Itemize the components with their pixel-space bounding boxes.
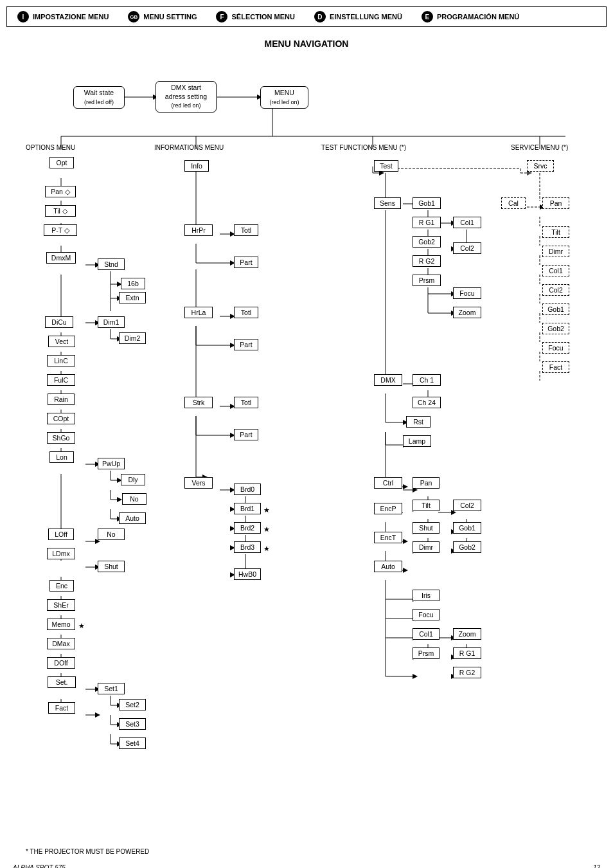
- no2-box: No: [98, 529, 125, 540]
- shgo-box: ShGo: [47, 432, 75, 444]
- rain-box: Rain: [48, 393, 75, 405]
- strk-box: Strk: [184, 397, 213, 408]
- dmx-box: DMX: [374, 374, 402, 386]
- encp-box: EncP: [374, 503, 402, 514]
- shut-ctrl-box: Shut: [413, 522, 440, 534]
- totl3-box: Totl: [234, 397, 258, 408]
- memo-box: Memo: [47, 619, 75, 630]
- gob1-svc-box: Gob1: [542, 303, 569, 315]
- rg2-box: R G2: [413, 255, 441, 267]
- auto-box: Auto: [119, 512, 146, 524]
- menu-nav-title: MENU NAVIGATION: [13, 39, 600, 49]
- prsm-test-box: Prsm: [413, 275, 441, 286]
- test-box: Test: [374, 160, 398, 172]
- info-box: Info: [184, 160, 209, 172]
- dicu-box: DiCu: [45, 316, 73, 328]
- rg1-box: R G1: [413, 217, 441, 228]
- gob1-ctrl-box: Gob1: [453, 522, 481, 534]
- dmxm-box: DmxM: [46, 252, 76, 264]
- shut-box: Shut: [98, 561, 125, 572]
- focu-svc-box: Focu: [542, 342, 569, 354]
- part3-box: Part: [234, 429, 258, 440]
- 16b-box: 16b: [121, 278, 145, 289]
- svg-marker-63: [95, 712, 100, 718]
- header-label-gb: MENU SETTING: [143, 13, 197, 21]
- part2-box: Part: [234, 339, 258, 350]
- totl1-box: Totl: [234, 224, 258, 236]
- header-label-d: EINSTELLUNG MENÜ: [330, 13, 402, 21]
- col1-ctrl-box: Col1: [413, 628, 440, 640]
- lon-box: Lon: [49, 451, 74, 463]
- header-label-i: IMPOSTAZIONE MENU: [33, 13, 109, 21]
- set1-box: Set1: [98, 683, 125, 694]
- dimr-svc-box: Dimr: [542, 246, 569, 257]
- brd2-box: Brd2: [234, 522, 261, 534]
- header: I IMPOSTAZIONE MENU GB MENU SETTING F SÉ…: [6, 6, 607, 27]
- set2-box: Set2: [119, 699, 146, 710]
- pt-box: P-T ◇: [44, 224, 77, 236]
- totl2-box: Totl: [234, 307, 258, 318]
- set-box: Set.: [48, 676, 76, 688]
- pwup-box: PwUp: [98, 458, 125, 469]
- diagram: Wait state(red led off) DMX startadress …: [13, 60, 600, 845]
- pan-box: Pan ◇: [45, 186, 76, 197]
- vers-box: Vers: [184, 477, 213, 489]
- badge-i: I: [17, 11, 29, 23]
- footnote: * THE PROJECTOR MUST BE POWERED: [26, 848, 600, 855]
- memo-star: ★: [78, 622, 85, 630]
- menu-label: MENU(red led on): [269, 89, 299, 105]
- header-label-f: SÉLECTION MENU: [231, 13, 294, 21]
- brd1-star: ★: [263, 506, 270, 514]
- hwb0-box: HwB0: [234, 568, 261, 580]
- dly-box: Dly: [121, 474, 145, 485]
- footer: ALPHA SPOT 575 12: [0, 862, 613, 868]
- dimr-ctrl-box: Dimr: [413, 541, 440, 553]
- footer-brand: ALPHA SPOT 575: [13, 864, 66, 868]
- set3-box: Set3: [119, 718, 146, 730]
- dmx-start-box: DMX startadress setting(red led on): [155, 81, 217, 113]
- diagram-lines: [13, 60, 600, 845]
- brd3-star: ★: [263, 545, 270, 553]
- header-item-i: I IMPOSTAZIONE MENU: [17, 11, 109, 23]
- focu-ctrl-box: Focu: [413, 609, 440, 620]
- enc-box: Enc: [49, 580, 74, 592]
- zoom-test-box: Zoom: [453, 307, 481, 318]
- gob2-test-box: Gob2: [413, 236, 441, 248]
- dim1-box: Dim1: [98, 316, 125, 328]
- wait-state-label: Wait state(red led off): [84, 89, 114, 105]
- col2-test-box: Col2: [453, 242, 481, 254]
- header-item-f: F SÉLECTION MENU: [216, 11, 294, 23]
- footer-page: 12: [593, 864, 600, 868]
- dmx-start-label: DMX startadress setting(red led on): [165, 84, 207, 109]
- fact-svc-box: Fact: [542, 361, 569, 373]
- main-content: MENU NAVIGATION: [0, 27, 613, 862]
- auto-ctrl-box: Auto: [374, 561, 402, 572]
- svg-marker-173: [403, 568, 408, 573]
- col2-ctrl-box: Col2: [453, 500, 481, 511]
- dmax-box: DMax: [47, 638, 75, 649]
- gob1-test-box: Gob1: [413, 197, 441, 209]
- doff-box: DOff: [47, 657, 75, 669]
- header-item-d: D EINSTELLUNG MENÜ: [314, 11, 402, 23]
- set4-box: Set4: [119, 737, 146, 749]
- brd2-star: ★: [263, 525, 270, 534]
- col1-svc-box: Col1: [542, 265, 569, 276]
- badge-gb: GB: [128, 11, 139, 23]
- sher-box: ShEr: [47, 599, 75, 611]
- rg1-ctrl-box: R G1: [453, 647, 481, 659]
- lamp-box: Lamp: [403, 435, 431, 447]
- part1-box: Part: [234, 257, 258, 268]
- focu-test-box: Focu: [453, 287, 481, 299]
- ch24-box: Ch 24: [413, 397, 441, 408]
- pan-svc-box: Pan: [542, 197, 569, 209]
- no-box: No: [122, 493, 147, 505]
- iris-box: Iris: [413, 590, 440, 601]
- srvc-box: Srvc: [527, 160, 554, 172]
- gob2-svc-box: Gob2: [542, 323, 569, 334]
- pan-ctrl-box: Pan: [413, 477, 440, 489]
- ldmx-box: LDmx: [47, 548, 75, 559]
- col2-svc-box: Col2: [542, 284, 569, 296]
- extn-box: Extn: [119, 292, 146, 303]
- header-label-e: PROGRAMACIÓN MENÚ: [437, 13, 519, 21]
- badge-f: F: [216, 11, 227, 23]
